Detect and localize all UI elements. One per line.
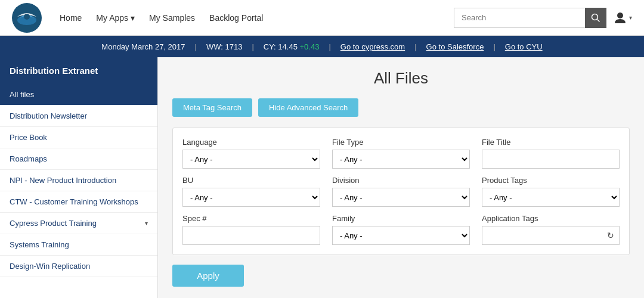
- main-layout: Distribution Extranet All files Distribu…: [0, 57, 644, 298]
- filter-file-type-select[interactable]: - Any -: [332, 150, 470, 169]
- nav-backlog-portal[interactable]: Backlog Portal: [209, 13, 263, 23]
- hide-advanced-search-button[interactable]: Hide Advanced Search: [258, 98, 358, 117]
- sidebar-item-price-book[interactable]: Price Book: [0, 127, 157, 148]
- meta-tag-search-button[interactable]: Meta Tag Search: [172, 98, 252, 117]
- info-bar: Monday March 27, 2017 | WW: 1713 | CY: 1…: [0, 36, 644, 57]
- search-area: [454, 8, 606, 28]
- nav-my-samples[interactable]: My Samples: [149, 13, 195, 23]
- filter-division-select[interactable]: - Any -: [332, 188, 470, 207]
- filter-file-title: File Title: [482, 138, 620, 169]
- link-salesforce[interactable]: Go to Salesforce: [417, 42, 494, 51]
- search-buttons: Meta Tag Search Hide Advanced Search: [172, 98, 630, 117]
- top-nav: Home My Apps ▾ My Samples Backlog Portal…: [0, 0, 644, 36]
- filter-application-tags-field: ↻: [482, 226, 620, 245]
- filter-product-tags-label: Product Tags: [482, 176, 620, 185]
- svg-point-5: [617, 13, 623, 18]
- filter-file-type: File Type - Any -: [332, 138, 470, 169]
- filter-bu-select[interactable]: - Any -: [182, 188, 320, 207]
- my-apps-caret-icon: ▾: [131, 13, 135, 23]
- nav-home[interactable]: Home: [60, 13, 82, 23]
- filter-language-label: Language: [182, 138, 320, 147]
- filter-application-tags-label: Application Tags: [482, 214, 620, 223]
- filters-grid: Language - Any - File Type - Any - File …: [172, 128, 630, 255]
- sidebar-item-ctw[interactable]: CTW - Customer Training Workshops: [0, 191, 157, 213]
- filter-application-tags: Application Tags ↻: [482, 214, 620, 245]
- filter-family-label: Family: [332, 214, 470, 223]
- user-caret-icon: ▾: [629, 14, 632, 21]
- sidebar-item-roadmaps[interactable]: Roadmaps: [0, 148, 157, 170]
- svg-line-4: [597, 19, 600, 21]
- filter-family-select[interactable]: - Any -: [332, 226, 470, 245]
- filter-product-tags: Product Tags - Any -: [482, 176, 620, 207]
- filter-spec-input[interactable]: [182, 226, 320, 245]
- filter-language: Language - Any -: [182, 138, 320, 169]
- search-button[interactable]: [585, 8, 606, 28]
- filter-spec-label: Spec #: [182, 214, 320, 223]
- filter-division-label: Division: [332, 176, 470, 185]
- link-cypress-com[interactable]: Go to cypress.com: [331, 42, 414, 51]
- apply-button[interactable]: Apply: [172, 265, 244, 287]
- sidebar: Distribution Extranet All files Distribu…: [0, 57, 158, 298]
- info-cy-change: +0.43: [300, 42, 320, 51]
- filter-product-tags-select[interactable]: - Any -: [482, 188, 620, 207]
- link-cyu[interactable]: Go to CYU: [496, 42, 552, 51]
- info-cy: CY: 14.45 +0.43: [254, 42, 329, 51]
- filter-bu-label: BU: [182, 176, 320, 185]
- nav-links: Home My Apps ▾ My Samples Backlog Portal: [60, 13, 454, 23]
- nav-my-apps[interactable]: My Apps ▾: [96, 13, 135, 23]
- logo: [12, 3, 42, 33]
- search-icon: [591, 13, 600, 23]
- user-icon: [614, 11, 627, 24]
- sidebar-item-design-win[interactable]: Design-Win Replication: [0, 256, 157, 277]
- refresh-icon[interactable]: ↻: [602, 231, 619, 240]
- filter-language-select[interactable]: - Any -: [182, 150, 320, 169]
- sidebar-caret-icon: ▾: [145, 220, 148, 226]
- sidebar-title: Distribution Extranet: [0, 57, 157, 84]
- filter-file-title-label: File Title: [482, 138, 620, 147]
- sidebar-item-npi[interactable]: NPI - New Product Introduction: [0, 170, 157, 191]
- sidebar-item-all-files[interactable]: All files: [0, 84, 157, 105]
- page-title: All Files: [172, 69, 630, 88]
- content-area: All Files Meta Tag Search Hide Advanced …: [158, 57, 644, 298]
- filter-family: Family - Any -: [332, 214, 470, 245]
- sidebar-item-cypress-product-training[interactable]: Cypress Product Training ▾: [0, 213, 157, 234]
- svg-point-2: [24, 14, 30, 20]
- filter-application-tags-input[interactable]: [482, 228, 602, 243]
- svg-point-3: [592, 14, 598, 20]
- filter-file-type-label: File Type: [332, 138, 470, 147]
- sidebar-item-distribution-newsletter[interactable]: Distribution Newsletter: [0, 105, 157, 127]
- filter-bu: BU - Any -: [182, 176, 320, 207]
- info-ww: WW: 1713: [197, 42, 252, 51]
- info-date: Monday March 27, 2017: [92, 42, 194, 51]
- filter-division: Division - Any -: [332, 176, 470, 207]
- sidebar-item-systems-training[interactable]: Systems Training: [0, 234, 157, 256]
- search-input[interactable]: [454, 8, 585, 28]
- user-menu-button[interactable]: ▾: [614, 11, 632, 24]
- filter-spec: Spec #: [182, 214, 320, 245]
- filter-file-title-input[interactable]: [482, 150, 620, 169]
